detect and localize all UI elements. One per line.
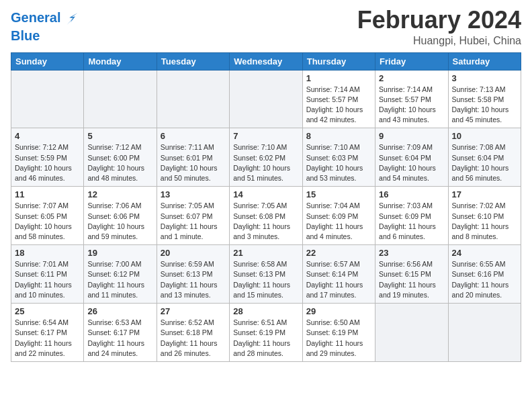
day-info: Sunrise: 6:54 AM Sunset: 6:17 PM Dayligh… [15, 318, 80, 359]
logo-general: General [11, 10, 60, 25]
logo-bird-icon [61, 9, 80, 28]
day-cell [375, 304, 448, 362]
day-cell: 10Sunrise: 7:08 AM Sunset: 6:04 PM Dayli… [448, 128, 521, 187]
logo-text: General Blue [11, 9, 80, 43]
day-number: 3 [452, 73, 517, 83]
day-info: Sunrise: 7:11 AM Sunset: 6:01 PM Dayligh… [161, 142, 226, 183]
day-cell: 28Sunrise: 6:51 AM Sunset: 6:19 PM Dayli… [230, 304, 302, 362]
day-info: Sunrise: 7:12 AM Sunset: 5:59 PM Dayligh… [15, 142, 80, 183]
day-info: Sunrise: 7:09 AM Sunset: 6:04 PM Dayligh… [379, 142, 444, 183]
calendar-table: SundayMondayTuesdayWednesdayThursdayFrid… [11, 52, 521, 362]
day-number: 5 [87, 131, 152, 141]
day-info: Sunrise: 7:07 AM Sunset: 6:05 PM Dayligh… [15, 201, 80, 242]
day-cell [84, 70, 157, 128]
day-number: 10 [452, 131, 517, 141]
day-info: Sunrise: 7:02 AM Sunset: 6:10 PM Dayligh… [452, 201, 517, 242]
day-info: Sunrise: 7:08 AM Sunset: 6:04 PM Dayligh… [452, 142, 517, 183]
day-info: Sunrise: 7:10 AM Sunset: 6:02 PM Dayligh… [233, 142, 298, 183]
day-info: Sunrise: 7:12 AM Sunset: 6:00 PM Dayligh… [87, 142, 152, 183]
day-cell: 17Sunrise: 7:02 AM Sunset: 6:10 PM Dayli… [448, 187, 521, 245]
day-info: Sunrise: 7:13 AM Sunset: 5:58 PM Dayligh… [452, 85, 517, 126]
day-cell: 13Sunrise: 7:05 AM Sunset: 6:07 PM Dayli… [157, 187, 229, 245]
day-number: 19 [87, 248, 152, 258]
day-info: Sunrise: 6:58 AM Sunset: 6:13 PM Dayligh… [233, 259, 298, 300]
day-cell: 4Sunrise: 7:12 AM Sunset: 5:59 PM Daylig… [11, 128, 84, 187]
day-info: Sunrise: 6:50 AM Sunset: 6:19 PM Dayligh… [306, 318, 371, 359]
day-cell: 5Sunrise: 7:12 AM Sunset: 6:00 PM Daylig… [84, 128, 157, 187]
week-row-1: 1Sunrise: 7:14 AM Sunset: 5:57 PM Daylig… [11, 70, 521, 128]
day-number: 11 [15, 189, 80, 199]
day-cell: 15Sunrise: 7:04 AM Sunset: 6:09 PM Dayli… [302, 187, 375, 245]
col-header-thursday: Thursday [302, 52, 375, 70]
day-number: 4 [15, 131, 80, 141]
day-cell: 23Sunrise: 6:56 AM Sunset: 6:15 PM Dayli… [375, 245, 448, 304]
col-header-sunday: Sunday [11, 52, 84, 70]
header-row: SundayMondayTuesdayWednesdayThursdayFrid… [11, 52, 521, 70]
day-info: Sunrise: 6:52 AM Sunset: 6:18 PM Dayligh… [161, 318, 226, 359]
day-cell: 8Sunrise: 7:10 AM Sunset: 6:03 PM Daylig… [302, 128, 375, 187]
week-row-2: 4Sunrise: 7:12 AM Sunset: 5:59 PM Daylig… [11, 128, 521, 187]
day-info: Sunrise: 7:03 AM Sunset: 6:09 PM Dayligh… [379, 201, 444, 242]
day-info: Sunrise: 7:05 AM Sunset: 6:08 PM Dayligh… [233, 201, 298, 242]
col-header-monday: Monday [84, 52, 157, 70]
day-cell: 9Sunrise: 7:09 AM Sunset: 6:04 PM Daylig… [375, 128, 448, 187]
day-cell: 1Sunrise: 7:14 AM Sunset: 5:57 PM Daylig… [302, 70, 375, 128]
day-number: 28 [233, 306, 298, 316]
day-info: Sunrise: 6:56 AM Sunset: 6:15 PM Dayligh… [379, 259, 444, 300]
day-cell: 12Sunrise: 7:06 AM Sunset: 6:06 PM Dayli… [84, 187, 157, 245]
week-row-3: 11Sunrise: 7:07 AM Sunset: 6:05 PM Dayli… [11, 187, 521, 245]
day-info: Sunrise: 6:57 AM Sunset: 6:14 PM Dayligh… [306, 259, 371, 300]
day-cell: 2Sunrise: 7:14 AM Sunset: 5:57 PM Daylig… [375, 70, 448, 128]
day-number: 14 [233, 189, 298, 199]
day-info: Sunrise: 7:14 AM Sunset: 5:57 PM Dayligh… [306, 85, 371, 126]
day-cell: 20Sunrise: 6:59 AM Sunset: 6:13 PM Dayli… [157, 245, 229, 304]
day-number: 26 [87, 306, 152, 316]
day-cell: 29Sunrise: 6:50 AM Sunset: 6:19 PM Dayli… [302, 304, 375, 362]
day-number: 27 [161, 306, 226, 316]
day-cell [11, 70, 84, 128]
day-number: 16 [379, 189, 444, 199]
location-title: Huangpi, Hubei, China [357, 35, 521, 47]
day-number: 8 [306, 131, 371, 141]
week-row-5: 25Sunrise: 6:54 AM Sunset: 6:17 PM Dayli… [11, 304, 521, 362]
day-number: 20 [161, 248, 226, 258]
day-number: 1 [306, 73, 371, 83]
day-number: 2 [379, 73, 444, 83]
day-number: 15 [306, 189, 371, 199]
day-cell: 14Sunrise: 7:05 AM Sunset: 6:08 PM Dayli… [230, 187, 302, 245]
week-row-4: 18Sunrise: 7:01 AM Sunset: 6:11 PM Dayli… [11, 245, 521, 304]
day-info: Sunrise: 7:14 AM Sunset: 5:57 PM Dayligh… [379, 85, 444, 126]
svg-marker-0 [67, 13, 78, 25]
day-info: Sunrise: 6:51 AM Sunset: 6:19 PM Dayligh… [233, 318, 298, 359]
day-cell: 18Sunrise: 7:01 AM Sunset: 6:11 PM Dayli… [11, 245, 84, 304]
header: General Blue February 2024 Huangpi, Hube… [11, 7, 521, 47]
day-info: Sunrise: 7:10 AM Sunset: 6:03 PM Dayligh… [306, 142, 371, 183]
day-number: 21 [233, 248, 298, 258]
day-number: 6 [161, 131, 226, 141]
page: General Blue February 2024 Huangpi, Hube… [0, 0, 532, 373]
day-cell: 27Sunrise: 6:52 AM Sunset: 6:18 PM Dayli… [157, 304, 229, 362]
day-cell [230, 70, 302, 128]
day-cell: 24Sunrise: 6:55 AM Sunset: 6:16 PM Dayli… [448, 245, 521, 304]
day-cell: 16Sunrise: 7:03 AM Sunset: 6:09 PM Dayli… [375, 187, 448, 245]
day-cell: 26Sunrise: 6:53 AM Sunset: 6:17 PM Dayli… [84, 304, 157, 362]
day-number: 7 [233, 131, 298, 141]
day-info: Sunrise: 7:05 AM Sunset: 6:07 PM Dayligh… [161, 201, 226, 242]
day-number: 17 [452, 189, 517, 199]
day-number: 25 [15, 306, 80, 316]
day-cell: 3Sunrise: 7:13 AM Sunset: 5:58 PM Daylig… [448, 70, 521, 128]
day-number: 23 [379, 248, 444, 258]
day-info: Sunrise: 6:55 AM Sunset: 6:16 PM Dayligh… [452, 259, 517, 300]
day-number: 18 [15, 248, 80, 258]
day-info: Sunrise: 6:59 AM Sunset: 6:13 PM Dayligh… [161, 259, 226, 300]
day-cell: 11Sunrise: 7:07 AM Sunset: 6:05 PM Dayli… [11, 187, 84, 245]
day-number: 12 [87, 189, 152, 199]
day-number: 29 [306, 306, 371, 316]
day-number: 24 [452, 248, 517, 258]
day-cell: 7Sunrise: 7:10 AM Sunset: 6:02 PM Daylig… [230, 128, 302, 187]
day-info: Sunrise: 6:53 AM Sunset: 6:17 PM Dayligh… [87, 318, 152, 359]
day-cell: 22Sunrise: 6:57 AM Sunset: 6:14 PM Dayli… [302, 245, 375, 304]
title-block: February 2024 Huangpi, Hubei, China [357, 7, 521, 47]
day-cell: 21Sunrise: 6:58 AM Sunset: 6:13 PM Dayli… [230, 245, 302, 304]
col-header-tuesday: Tuesday [157, 52, 229, 70]
